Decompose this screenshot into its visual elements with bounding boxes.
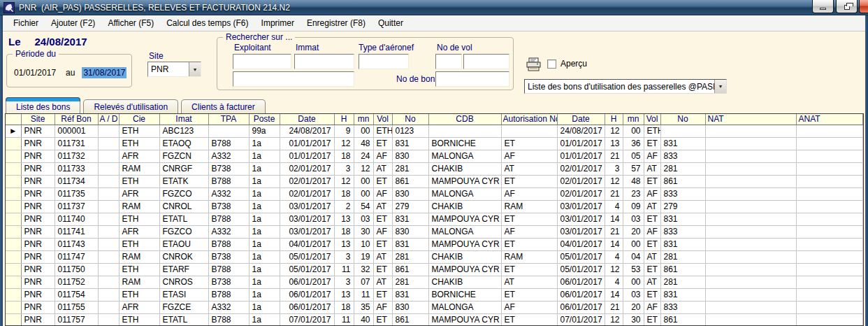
cell[interactable]: 01/01/2017 — [280, 137, 334, 150]
cell[interactable] — [796, 263, 863, 276]
printer-icon[interactable] — [526, 57, 542, 71]
cell[interactable]: CHAKIB — [428, 162, 501, 175]
cell[interactable]: 831 — [392, 288, 428, 301]
cell[interactable]: AFR — [119, 150, 159, 162]
table-row[interactable]: PNR011737RAMCNROLB7381a03/01/2017254AT27… — [6, 200, 863, 213]
cell[interactable]: 3 — [334, 250, 354, 263]
cell[interactable]: AT — [373, 162, 392, 175]
cell[interactable] — [98, 225, 119, 238]
cell[interactable]: B788 — [208, 238, 249, 250]
row-indicator[interactable] — [6, 276, 21, 288]
cell[interactable]: 011757 — [55, 313, 98, 326]
cell[interactable]: 861 — [660, 263, 705, 276]
cell[interactable]: AF — [373, 301, 392, 313]
cell[interactable]: AFR — [119, 301, 159, 313]
cell[interactable]: 830 — [392, 225, 428, 238]
cell[interactable] — [98, 213, 119, 225]
cell[interactable]: AF — [501, 301, 557, 313]
cell[interactable]: 06/01/2017 — [280, 301, 334, 313]
cell[interactable]: 12 — [605, 313, 623, 326]
cell[interactable]: 3 — [605, 162, 623, 175]
cell[interactable] — [98, 137, 119, 150]
cell[interactable] — [98, 162, 119, 175]
row-indicator[interactable] — [6, 150, 21, 162]
cell[interactable]: ETH — [119, 263, 159, 276]
cell[interactable] — [98, 125, 119, 137]
cell[interactable]: 18 — [334, 187, 354, 200]
cell[interactable]: 21 — [605, 225, 623, 238]
cell[interactable]: 861 — [392, 263, 428, 276]
cell[interactable]: 12 — [334, 175, 354, 187]
cell[interactable]: ET — [501, 137, 557, 150]
cell[interactable]: ET — [644, 238, 660, 250]
cell[interactable]: MALONGA — [428, 225, 501, 238]
cell[interactable]: PNR — [21, 150, 55, 162]
cell[interactable]: B788 — [208, 288, 249, 301]
cell[interactable]: ETAOU — [159, 238, 208, 250]
cell[interactable]: 12 — [605, 125, 623, 137]
cell[interactable]: ET — [373, 238, 392, 250]
cell[interactable]: 011735 — [55, 187, 98, 200]
cell[interactable]: FGZCO — [159, 225, 208, 238]
menu-quitter[interactable]: Quitter — [372, 16, 410, 30]
cell[interactable]: 281 — [392, 250, 428, 263]
cell[interactable]: ET — [373, 263, 392, 276]
cell[interactable]: PNR — [21, 213, 55, 225]
table-row[interactable]: PNR011743ETHETAOUB7881a04/01/20171310ET8… — [6, 238, 863, 250]
cell[interactable]: CHAKIB — [428, 200, 501, 213]
menu-calcul-des-temps[interactable]: Calcul des temps (F6) — [160, 16, 254, 30]
cell[interactable]: ETAOQ — [159, 137, 208, 150]
cell[interactable]: 02/01/2017 — [557, 162, 605, 175]
cell[interactable]: ETH — [119, 313, 159, 326]
cell[interactable]: 00 — [354, 187, 373, 200]
cell[interactable]: 279 — [660, 200, 705, 213]
cell[interactable]: 01/01/2017 — [280, 150, 334, 162]
cell[interactable] — [796, 162, 863, 175]
cell[interactable]: 05/01/2017 — [557, 250, 605, 263]
row-indicator[interactable] — [6, 238, 21, 250]
cell[interactable]: 861 — [392, 175, 428, 187]
cell[interactable]: 54 — [354, 200, 373, 213]
close-button[interactable]: × — [859, 0, 868, 13]
report-list-select[interactable]: Liste des bons d'utilisation des passere… — [524, 79, 727, 94]
cell[interactable]: ET — [644, 137, 660, 150]
cell[interactable]: PNR — [21, 125, 55, 137]
cell[interactable]: FGZCN — [159, 150, 208, 162]
cell[interactable]: AT — [644, 200, 660, 213]
cell[interactable]: ET — [644, 213, 660, 225]
cell[interactable]: B788 — [208, 263, 249, 276]
cell[interactable]: RAM — [501, 200, 557, 213]
cell[interactable]: ETH — [119, 137, 159, 150]
cell[interactable]: 1a — [249, 276, 280, 288]
cell[interactable]: AF — [373, 225, 392, 238]
cell[interactable]: 861 — [392, 313, 428, 326]
cell[interactable]: AFR — [119, 225, 159, 238]
cell[interactable]: 12 — [334, 137, 354, 150]
cell[interactable]: RAM — [119, 162, 159, 175]
cell[interactable]: 13 — [334, 288, 354, 301]
cell[interactable]: 05/01/2017 — [280, 263, 334, 276]
cell[interactable]: B788 — [208, 213, 249, 225]
cell[interactable]: 07 — [354, 276, 373, 288]
cell[interactable]: 21 — [605, 301, 623, 313]
cell[interactable]: A332 — [208, 301, 249, 313]
cell[interactable]: 011752 — [55, 276, 98, 288]
cell[interactable]: B788 — [208, 175, 249, 187]
cell[interactable]: 1a — [249, 301, 280, 313]
cell[interactable]: 831 — [392, 137, 428, 150]
cell[interactable] — [98, 250, 119, 263]
cell[interactable] — [705, 238, 796, 250]
cell[interactable] — [796, 213, 863, 225]
cell[interactable] — [705, 213, 796, 225]
cell[interactable]: 48 — [354, 137, 373, 150]
row-indicator[interactable] — [6, 200, 21, 213]
cell[interactable]: AT — [644, 162, 660, 175]
cell[interactable]: CNRGF — [159, 162, 208, 175]
cell[interactable] — [705, 150, 796, 162]
cell[interactable]: 11 — [334, 313, 354, 326]
cell[interactable]: A332 — [208, 187, 249, 200]
cell[interactable]: 3 — [334, 162, 354, 175]
cell[interactable]: ETATL — [159, 313, 208, 326]
cell[interactable]: 04 — [623, 250, 644, 263]
table-row[interactable]: PNR011732AFRFGZCNA3321a01/01/20171824AF8… — [6, 150, 863, 162]
